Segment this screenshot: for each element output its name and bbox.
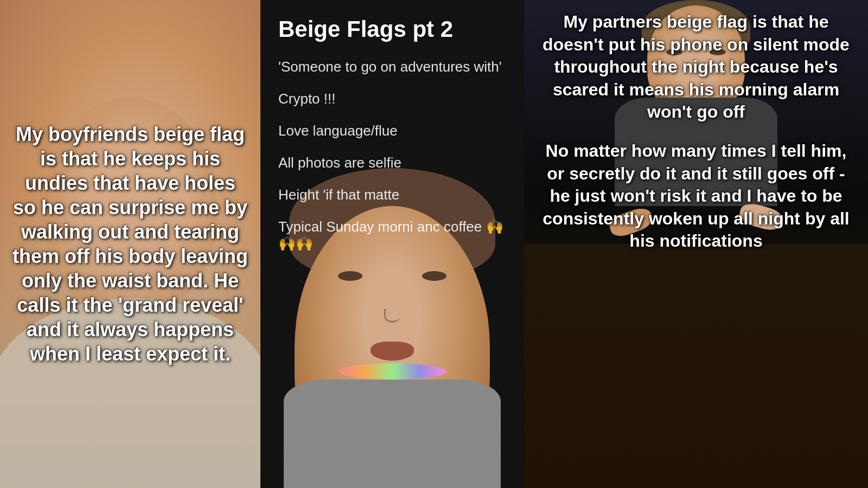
- center-panel: Beige Flags pt 2 'Someone to go on adven…: [262, 0, 522, 488]
- center-necklace: [338, 363, 446, 380]
- right-caption-1: My partners beige flag is that he doesn'…: [540, 11, 852, 124]
- mouth: [371, 342, 414, 361]
- left-panel: My boyfriends beige flag is that he keep…: [0, 0, 260, 488]
- left-overlay-text: My boyfriends beige flag is that he keep…: [0, 0, 260, 488]
- center-item-5: Typical Sunday morni anc coffee 🙌🙌🙌: [278, 219, 506, 252]
- center-shirt: [284, 380, 501, 488]
- right-lower-bg: [524, 244, 868, 488]
- right-panel: My partners beige flag is that he doesn'…: [524, 0, 868, 488]
- left-eye: [338, 271, 362, 281]
- center-item-1: Crypto !!!: [278, 91, 506, 107]
- right-overlay-text: My partners beige flag is that he doesn'…: [524, 0, 868, 264]
- nose: [384, 309, 400, 323]
- right-text-block-1: My partners beige flag is that he doesn'…: [540, 11, 852, 124]
- center-list-content: Beige Flags pt 2 'Someone to go on adven…: [262, 0, 522, 267]
- center-title: Beige Flags pt 2: [278, 16, 506, 42]
- right-eye: [422, 271, 446, 281]
- left-caption: My boyfriends beige flag is that he keep…: [11, 122, 250, 366]
- right-text-block-2: No matter how many times I tell him, or …: [540, 140, 852, 253]
- center-item-4: Height 'if that matte: [278, 187, 506, 203]
- center-item-2: Love language/flue: [278, 123, 506, 139]
- center-item-0: 'Someone to go on adventures with': [278, 59, 506, 75]
- center-item-3: All photos are selfie: [278, 155, 506, 171]
- right-caption-2: No matter how many times I tell him, or …: [540, 140, 852, 253]
